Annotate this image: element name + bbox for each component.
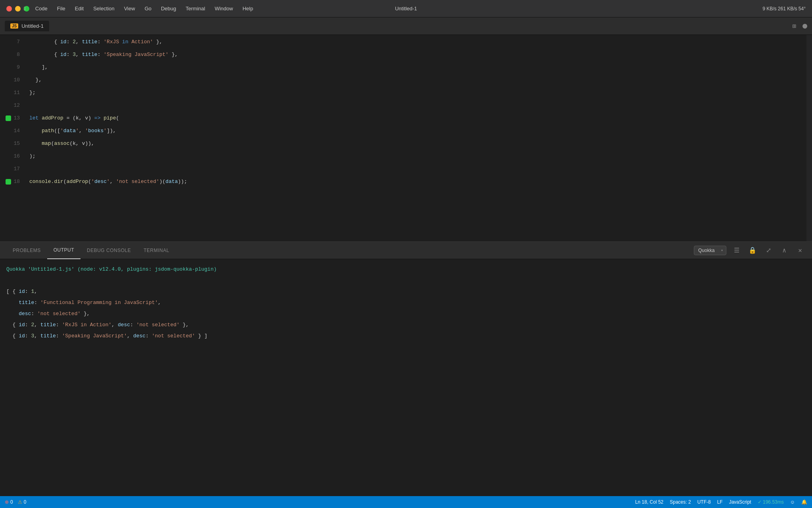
menu-terminal[interactable]: Terminal [182,4,209,13]
warning-icon: ⚠ [18,499,22,505]
menu-code[interactable]: Code [31,4,52,13]
tab-actions: ⊞ [792,22,807,30]
list-icon[interactable]: ☰ [731,245,742,256]
code-line-9[interactable]: ], [28,61,806,74]
line-number-11: 11 [0,87,28,99]
code-line-14[interactable]: path(['data', 'books']), [28,125,806,137]
code-content[interactable]: { id: 2, title: 'RxJS in Action' }, { id… [28,35,806,241]
line-numbers: 789101112131415161718 [0,35,28,241]
quokka-time: ✓ 196.53ms [758,499,784,505]
lock-icon[interactable]: 🔒 [747,245,758,256]
tab-terminal[interactable]: TERMINAL [137,242,176,259]
error-count[interactable]: ⊗ 0 ⚠ 0 [5,499,26,505]
line-number-12: 12 [0,99,28,112]
code-line-10[interactable]: }, [28,74,806,87]
js-badge: JS [10,23,18,29]
window-title: Untitled-1 [395,6,417,12]
output-line-2: desc: 'not selected' }, [6,308,806,319]
line-number-10: 10 [0,74,28,87]
line-number-13: 13 [0,112,28,125]
titlebar:  Code File Edit Selection View Go Debug… [0,0,812,17]
status-right: Ln 18, Col 52 Spaces: 2 UTF-8 LF JavaScr… [635,499,807,505]
code-line-12[interactable] [28,99,806,112]
output-line-3: { id: 2, title: 'RxJS in Action', desc: … [6,319,806,331]
tab-status-dot [802,24,807,29]
code-line-7[interactable]: { id: 2, title: 'RxJS in Action' }, [28,36,806,48]
panel-output: Quokka 'Untitled-1.js' (node: v12.4.0, p… [0,259,812,487]
sys-info: 9 KB/s 261 KB/s 54° [762,6,806,12]
scrollbar[interactable] [806,35,812,241]
error-number: 0 [10,499,13,505]
output-line-4: { id: 3, title: 'Speaking JavaScript', d… [6,331,806,342]
code-line-18[interactable]: console.dir(addProp('desc', 'not selecte… [28,175,806,188]
menu-debug[interactable]: Debug [157,4,180,13]
panel: PROBLEMS OUTPUT DEBUG CONSOLE TERMINAL Q… [0,241,812,487]
panel-controls: Quokka ▾ ☰ 🔒 ⤢ ∧ ✕ [694,245,806,256]
line-number-15: 15 [0,137,28,150]
code-line-17[interactable] [28,163,806,175]
tab-output[interactable]: OUTPUT [47,242,80,259]
code-line-15[interactable]: map(assoc(k, v)), [28,137,806,150]
output-line-0: [ { id: 1, [6,286,806,297]
encoding-indicator[interactable]: UTF-8 [697,499,711,505]
output-content: [ { id: 1, title: 'Functional Programmin… [6,286,806,342]
line-number-9: 9 [0,61,28,74]
output-spacer [6,275,806,286]
chevron-up-icon[interactable]: ∧ [779,245,790,256]
code-line-16[interactable]: ); [28,150,806,163]
line-number-17: 17 [0,163,28,175]
line-number-18: 18 [0,175,28,188]
code-line-8[interactable]: { id: 3, title: 'Speaking JavaScript' }, [28,48,806,61]
tab-problems[interactable]: PROBLEMS [6,242,47,259]
line-number-7: 7 [0,36,28,48]
export-icon[interactable]: ⤢ [763,245,774,256]
editor: 789101112131415161718 { id: 2, title: 'R… [0,35,812,241]
code-line-13[interactable]: let addProp = (k, v) => pipe( [28,112,806,125]
menu-help[interactable]: Help [239,4,257,13]
tab-debug-console[interactable]: DEBUG CONSOLE [80,242,137,259]
line-number-8: 8 [0,48,28,61]
warning-number: 0 [24,499,27,505]
panel-dropdown-wrap[interactable]: Quokka ▾ [694,246,726,255]
line-number-16: 16 [0,150,28,163]
eol-indicator[interactable]: LF [717,499,723,505]
tabbar: JS Untitled-1 ⊞ [0,17,812,35]
error-icon: ⊗ [5,499,9,505]
statusbar: ⊗ 0 ⚠ 0 Ln 18, Col 52 Spaces: 2 UTF-8 LF… [0,496,812,508]
menu-window[interactable]: Window [211,4,237,13]
bell-icon[interactable]: 🔔 [801,499,807,505]
menu-edit[interactable]: Edit [71,4,88,13]
titlebar-right: 9 KB/s 261 KB/s 54° [762,0,806,17]
tab-filename: Untitled-1 [21,23,44,29]
menu-selection[interactable]: Selection [89,4,118,13]
quokka-header-line: Quokka 'Untitled-1.js' (node: v12.4.0, p… [6,264,806,275]
panel-header: PROBLEMS OUTPUT DEBUG CONSOLE TERMINAL Q… [0,242,812,259]
editor-tab[interactable]: JS Untitled-1 [5,21,49,31]
menu-go[interactable]: Go [141,4,155,13]
line-number-14: 14 [0,125,28,137]
output-source-dropdown[interactable]: Quokka [694,246,726,255]
language-indicator[interactable]: JavaScript [729,499,751,505]
close-panel-icon[interactable]: ✕ [795,245,806,256]
output-line-1: title: 'Functional Programming in JavaSc… [6,297,806,308]
split-editor-icon[interactable]: ⊞ [792,22,796,30]
feedback-icon[interactable]: ☺ [790,499,795,505]
menu-view[interactable]: View [120,4,139,13]
menubar:  Code File Edit Selection View Go Debug… [20,0,257,17]
menu-apple[interactable]:  [20,4,30,13]
menu-file[interactable]: File [53,4,69,13]
cursor-position[interactable]: Ln 18, Col 52 [635,499,663,505]
close-button[interactable] [6,6,12,12]
spaces-indicator[interactable]: Spaces: 2 [670,499,691,505]
code-line-11[interactable]: }; [28,87,806,99]
